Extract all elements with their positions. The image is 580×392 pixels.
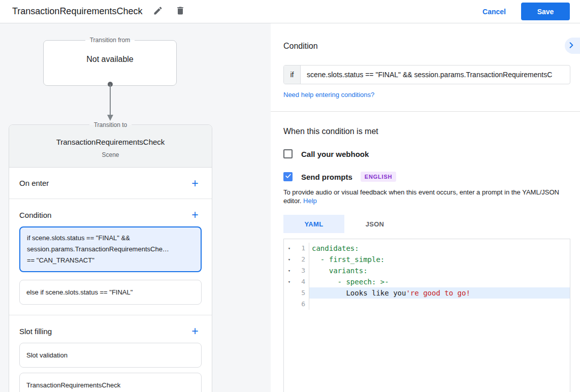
line-number: 5 bbox=[295, 287, 309, 299]
code-content-highlighted[interactable]: Looks like you're good to go! bbox=[309, 287, 570, 299]
line-number: 3 bbox=[295, 265, 309, 276]
send-prompts-checkbox[interactable] bbox=[283, 172, 293, 181]
yaml-code-editor[interactable]: ▾1 candidates: ▾2 - first_simple: ▾3 var… bbox=[283, 239, 570, 392]
save-button[interactable]: Save bbox=[521, 3, 570, 20]
line-number: 6 bbox=[295, 299, 309, 310]
condition-line: == "CAN_TRANSACT" bbox=[27, 255, 194, 266]
scene-graph-panel: Transition from Not available Transition… bbox=[0, 23, 271, 392]
code-content[interactable] bbox=[309, 299, 570, 310]
fold-arrow-icon[interactable]: ▾ bbox=[284, 243, 295, 254]
condition-section: Condition + if scene.slots.status == "FI… bbox=[9, 199, 212, 315]
header-bar: TransactionRequirementsCheck Cancel Save bbox=[0, 0, 580, 23]
transition-to-legend: Transition to bbox=[89, 121, 132, 128]
condition-card-else[interactable]: else if scene.slots.status == "FINAL" bbox=[19, 280, 202, 305]
fold-arrow-icon[interactable] bbox=[284, 299, 295, 310]
condition-card-selected[interactable]: if scene.slots.status == "FINAL" && sess… bbox=[19, 226, 202, 272]
code-line: 6 bbox=[284, 299, 570, 310]
pencil-icon bbox=[153, 6, 163, 17]
if-prefix-label: if bbox=[284, 66, 301, 84]
line-number: 1 bbox=[295, 243, 309, 254]
fold-arrow-icon[interactable]: ▾ bbox=[284, 254, 295, 265]
slot-card-transaction[interactable]: TransactionRequirementsCheck bbox=[19, 373, 202, 392]
condition-section-label: Condition bbox=[19, 211, 51, 219]
page-title: TransactionRequirementsCheck bbox=[12, 6, 142, 17]
transition-to-card: Transition to TransactionRequirementsChe… bbox=[9, 124, 212, 392]
tab-json[interactable]: JSON bbox=[344, 215, 405, 233]
condition-editor-panel: Condition if scene.slots.status == "FINA… bbox=[271, 23, 580, 392]
fold-arrow-icon[interactable]: ▾ bbox=[284, 276, 295, 287]
add-slot-button[interactable]: + bbox=[188, 324, 202, 338]
line-number: 2 bbox=[295, 254, 309, 265]
code-line: ▾3 variants: bbox=[284, 265, 570, 276]
section-divider bbox=[271, 111, 580, 112]
help-link[interactable]: Help bbox=[303, 197, 317, 205]
scene-card-header[interactable]: TransactionRequirementsCheck Scene bbox=[9, 125, 212, 168]
when-condition-heading: When this condition is met bbox=[283, 127, 580, 136]
condition-heading: Condition bbox=[283, 42, 580, 51]
transition-from-box: Transition from Not available bbox=[43, 37, 177, 86]
checkmark-icon bbox=[285, 172, 292, 181]
code-content[interactable]: - speech: >- bbox=[309, 276, 570, 287]
code-content[interactable]: variants: bbox=[309, 265, 570, 276]
code-line: ▾4 - speech: >- bbox=[284, 276, 570, 287]
transition-from-value: Not available bbox=[44, 55, 176, 64]
feedback-text-body: To provide audio or visual feedback when… bbox=[283, 188, 559, 205]
cancel-button[interactable]: Cancel bbox=[475, 4, 513, 20]
delete-scene-button[interactable] bbox=[174, 5, 187, 18]
condition-line: if scene.slots.status == "FINAL" && bbox=[27, 233, 194, 244]
call-webhook-checkbox[interactable] bbox=[283, 149, 293, 158]
fold-arrow-icon[interactable] bbox=[284, 287, 295, 299]
condition-line: session.params.TransactionRequirementsCh… bbox=[27, 244, 194, 255]
feedback-helper-text: To provide audio or visual feedback when… bbox=[283, 188, 575, 205]
tab-yaml[interactable]: YAML bbox=[283, 215, 344, 233]
slot-filling-label: Slot filling bbox=[19, 327, 52, 336]
slot-card-validation[interactable]: Slot validation bbox=[19, 343, 202, 368]
scene-card-title: TransactionRequirementsCheck bbox=[17, 138, 204, 146]
condition-expression-field: if scene.slots.status == "FINAL" && sess… bbox=[283, 65, 570, 84]
code-line: 5 Looks like you're good to go! bbox=[284, 287, 570, 299]
slot-filling-section: Slot filling + Slot validation Transacti… bbox=[9, 315, 212, 392]
chevron-right-icon bbox=[567, 41, 575, 51]
add-on-enter-button[interactable]: + bbox=[188, 177, 202, 190]
condition-line: else if scene.slots.status == "FINAL" bbox=[26, 288, 195, 296]
code-line: ▾1 candidates: bbox=[284, 243, 570, 254]
edit-scene-button[interactable] bbox=[151, 5, 165, 18]
line-number: 4 bbox=[295, 276, 309, 287]
send-prompts-row: Send prompts ENGLISH bbox=[283, 172, 580, 182]
trash-icon bbox=[175, 6, 185, 17]
editor-format-tabs: YAML JSON bbox=[283, 215, 580, 233]
conditions-help-link[interactable]: Need help entering conditions? bbox=[283, 91, 374, 99]
code-content[interactable]: candidates: bbox=[309, 243, 570, 254]
on-enter-section: On enter + bbox=[9, 168, 212, 199]
call-webhook-label: Call your webhook bbox=[301, 150, 369, 158]
code-line: ▾2 - first_simple: bbox=[284, 254, 570, 265]
scene-card-subtitle: Scene bbox=[17, 151, 204, 158]
code-content[interactable]: - first_simple: bbox=[309, 254, 570, 265]
transition-from-legend: Transition from bbox=[85, 37, 135, 44]
condition-expression-input[interactable]: scene.slots.status == "FINAL" && session… bbox=[301, 66, 570, 84]
add-condition-button[interactable]: + bbox=[188, 208, 202, 221]
webhook-row: Call your webhook bbox=[283, 149, 580, 158]
fold-arrow-icon[interactable]: ▾ bbox=[284, 265, 295, 276]
collapse-panel-button[interactable] bbox=[565, 38, 580, 54]
transition-arrow bbox=[104, 81, 116, 123]
language-badge: ENGLISH bbox=[361, 172, 397, 182]
send-prompts-label: Send prompts bbox=[301, 173, 352, 181]
on-enter-label: On enter bbox=[19, 179, 49, 187]
